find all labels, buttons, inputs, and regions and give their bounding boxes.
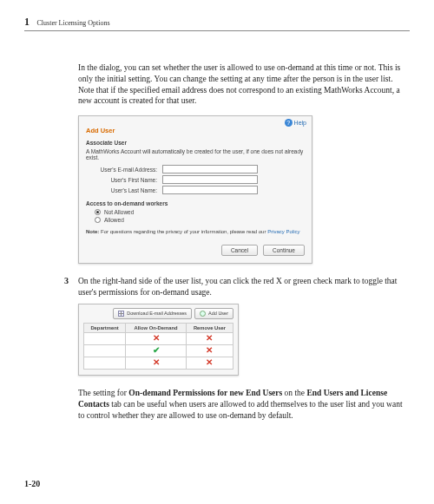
privacy-note: Note: For questions regarding the privac… [79, 224, 312, 239]
col-allow: Allow On-Demand [126, 323, 187, 332]
user-permissions-table: Department Allow On-Demand Remove User ✕… [83, 323, 233, 370]
radio-icon [95, 217, 101, 223]
radio-icon [95, 209, 101, 215]
body-column: In the dialog, you can set whether the u… [78, 62, 406, 429]
dialog-buttons: Cancel Continue [79, 239, 312, 263]
radio-not-allowed[interactable]: Not Allowed [79, 208, 312, 216]
user-list-toolbar: Download E-mail Addresses Add User [79, 304, 238, 323]
chapter-title: Cluster Licensing Options [37, 19, 110, 27]
table-row: ✔ ✕ [84, 344, 233, 357]
last-name-field[interactable] [162, 186, 258, 194]
user-list-figure: Download E-mail Addresses Add User Depar… [78, 304, 239, 376]
step-text: On the right-hand side of the user list,… [78, 276, 406, 298]
closing-paragraph: The setting for On-demand Permissions fo… [78, 388, 406, 421]
add-user-button[interactable]: Add User [194, 308, 233, 319]
email-field[interactable] [162, 165, 258, 173]
remove-icon[interactable]: ✕ [206, 345, 213, 355]
grid-icon [118, 311, 124, 317]
add-user-icon [200, 311, 206, 317]
table-row: ✕ ✕ [84, 357, 233, 369]
step-number: 3 [64, 276, 78, 298]
continue-button[interactable]: Continue [263, 245, 305, 256]
chapter-number: 1 [24, 16, 30, 29]
table-row: ✕ ✕ [84, 332, 233, 344]
page-number: 1-20 [24, 479, 40, 488]
cancel-button[interactable]: Cancel [221, 245, 258, 256]
first-name-field[interactable] [162, 175, 258, 184]
allow-icon[interactable]: ✔ [153, 345, 160, 355]
intro-paragraph: In the dialog, you can set whether the u… [78, 62, 406, 107]
help-link[interactable]: ?Help [79, 116, 312, 127]
download-emails-button[interactable]: Download E-mail Addresses [113, 308, 192, 319]
associate-user-desc: A MathWorks Account will automatically b… [79, 147, 312, 164]
col-department: Department [84, 323, 126, 332]
dialog-title: Add User [79, 127, 312, 138]
remove-icon[interactable]: ✕ [206, 333, 213, 343]
first-name-label: User's First Name: [86, 177, 162, 183]
deny-icon[interactable]: ✕ [153, 357, 160, 367]
page-header: 1 Cluster Licensing Options [24, 16, 410, 31]
access-heading: Access to on-demand workers [79, 195, 312, 208]
remove-icon[interactable]: ✕ [206, 357, 213, 367]
deny-icon[interactable]: ✕ [153, 333, 160, 343]
col-remove: Remove User [186, 323, 233, 332]
radio-allowed[interactable]: Allowed [79, 216, 312, 224]
email-label: User's E-mail Address: [86, 167, 162, 173]
last-name-label: User's Last Name: [86, 187, 162, 193]
add-user-dialog: ?Help Add User Associate User A MathWork… [78, 115, 312, 264]
privacy-policy-link[interactable]: Privacy Policy [267, 229, 299, 234]
associate-user-heading: Associate User [79, 138, 312, 147]
help-icon: ? [285, 119, 293, 127]
step-3: 3 On the right-hand side of the user lis… [78, 276, 406, 298]
